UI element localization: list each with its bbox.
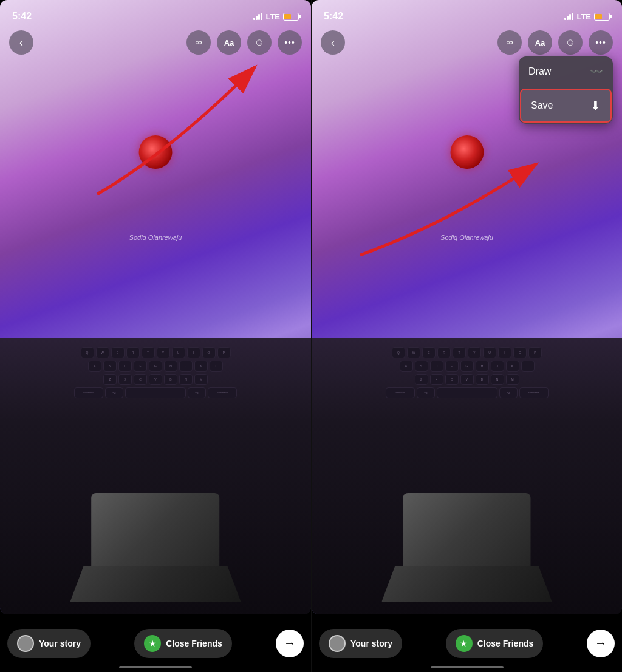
key: X	[430, 374, 443, 385]
draw-label: Draw	[528, 66, 551, 77]
share-button-right[interactable]: →	[587, 630, 615, 657]
key: F	[445, 361, 459, 372]
toolbar-right-right: ∞ Aa ☺ •••	[497, 30, 613, 55]
key: Y	[468, 347, 481, 358]
infinity-button-right[interactable]: ∞	[497, 30, 522, 55]
status-bar-left: 5:42 LTE	[0, 0, 311, 27]
key: Z	[103, 374, 117, 385]
key: ⌥	[188, 387, 206, 398]
close-friends-button-right[interactable]: ★ Close Friends	[446, 629, 544, 658]
more-button-left[interactable]: •••	[278, 30, 302, 55]
key: P	[528, 347, 542, 358]
draw-icon: 〰️	[590, 65, 603, 78]
key: R	[437, 347, 451, 358]
key: C	[134, 374, 147, 385]
key: T	[142, 347, 155, 358]
key: Z	[415, 374, 428, 385]
key: K	[506, 361, 519, 372]
battery-fill-right	[595, 14, 602, 19]
text-button-left[interactable]: Aa	[217, 30, 241, 55]
status-bar-right: 5:42 LTE	[312, 0, 622, 27]
key	[437, 387, 497, 398]
friends-icon-right: ★	[456, 635, 473, 652]
key: command	[519, 387, 549, 398]
key: G	[460, 361, 474, 372]
rose-decoration-right	[450, 135, 484, 169]
signal-bar-4	[261, 13, 262, 20]
key: N	[179, 374, 193, 385]
keyboard-left: Q W E R T Y U I O P A	[0, 338, 311, 614]
your-story-label-left: Your story	[39, 639, 81, 648]
key: command	[208, 387, 237, 398]
stand-top	[91, 493, 219, 566]
infinity-button-left[interactable]: ∞	[186, 30, 211, 55]
draw-menu-item[interactable]: Draw 〰️	[519, 56, 613, 87]
key: T	[453, 347, 466, 358]
your-story-button-right[interactable]: Your story	[319, 629, 402, 658]
key: O	[513, 347, 527, 358]
save-icon: ⬇	[590, 98, 601, 113]
signal-bar-2	[256, 16, 258, 20]
key: J	[491, 361, 504, 372]
bottom-bar-right: Your story ★ Close Friends →	[312, 614, 622, 672]
key: R	[126, 347, 140, 358]
key	[125, 387, 186, 398]
key: Q	[392, 347, 405, 358]
more-button-right[interactable]: •••	[589, 30, 613, 55]
story-text-left: Sodiq Olanrewaju	[129, 234, 182, 241]
key: S	[103, 361, 117, 372]
key: Y	[157, 347, 170, 358]
status-right-right: LTE	[564, 12, 610, 21]
key: command	[74, 387, 103, 398]
key: S	[415, 361, 428, 372]
signal-bar-4	[572, 13, 573, 20]
signal-bar-3	[258, 14, 260, 20]
signal-bar-3	[569, 14, 571, 20]
key: O	[202, 347, 216, 358]
close-friends-label-left: Close Friends	[166, 639, 222, 648]
back-button-right[interactable]: ‹	[321, 30, 345, 55]
avatar-right	[329, 635, 346, 652]
battery-fill-left	[284, 14, 291, 19]
lte-label-left: LTE	[265, 12, 280, 21]
sticker-button-left[interactable]: ☺	[247, 30, 272, 55]
key: X	[118, 374, 132, 385]
stand-bottom-r	[381, 566, 552, 602]
battery-icon-right	[594, 13, 610, 21]
share-button-left[interactable]: →	[276, 630, 304, 657]
signal-icon-right	[564, 13, 573, 20]
key: D	[118, 361, 132, 372]
text-button-right[interactable]: Aa	[528, 30, 552, 55]
your-story-button-left[interactable]: Your story	[7, 629, 91, 658]
save-label: Save	[531, 100, 553, 111]
key: I	[498, 347, 511, 358]
key: C	[445, 374, 459, 385]
keyboard-right: Q W E R T Y U I O P A	[312, 338, 622, 614]
close-friends-button-left[interactable]: ★ Close Friends	[134, 629, 232, 658]
key: D	[430, 361, 443, 372]
key: N	[491, 374, 504, 385]
sticker-button-right[interactable]: ☺	[558, 30, 583, 55]
key: B	[476, 374, 489, 385]
signal-bar-1	[564, 18, 566, 20]
key: M	[506, 374, 519, 385]
key: I	[187, 347, 200, 358]
back-button-left[interactable]: ‹	[9, 30, 33, 55]
toolbar-right-left: ∞ Aa ☺ •••	[186, 30, 302, 55]
home-indicator-left	[119, 666, 192, 668]
save-menu-item[interactable]: Save ⬇	[520, 89, 612, 123]
story-gradient-left: Sodiq Olanrewaju Q W E R T Y U I	[0, 0, 311, 614]
key: V	[149, 374, 162, 385]
signal-icon-left	[253, 13, 262, 20]
stand-top-r	[403, 493, 531, 566]
avatar-left	[17, 635, 34, 652]
key: command	[386, 387, 415, 398]
key: L	[210, 361, 223, 372]
key: V	[460, 374, 474, 385]
keyboard-rows-right: Q W E R T Y U I O P A	[312, 338, 622, 404]
bottom-bar-left: Your story ★ Close Friends →	[0, 614, 311, 672]
dropdown-menu: Draw 〰️ Save ⬇	[519, 56, 613, 124]
key: H	[164, 361, 177, 372]
key: L	[521, 361, 535, 372]
signal-bar-1	[253, 18, 255, 20]
